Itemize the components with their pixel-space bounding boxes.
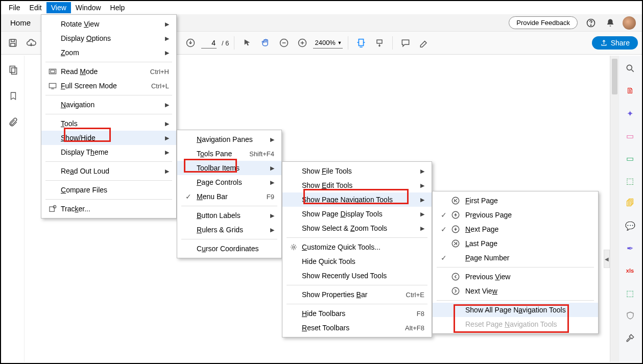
menu-show-recent-tools[interactable]: Show Recently Used Tools (282, 269, 432, 283)
page-total-label: / 6 (222, 39, 229, 47)
menu-edit[interactable]: Edit (25, 2, 46, 13)
menu-menu-bar[interactable]: ✓Menu BarF9 (177, 189, 281, 204)
menu-show-select-zoom-tools[interactable]: Show Select & Zoom Tools▶ (282, 221, 432, 235)
menu-hide-toolbars[interactable]: Hide ToolbarsF8 (282, 306, 432, 321)
right-rail: 🗎 ✦ ▭ ▭ ⬚ 🗐 💬 ✒ xls ⬚ (618, 56, 641, 362)
attachment-icon[interactable] (8, 117, 18, 129)
comment-icon[interactable] (398, 35, 413, 51)
search-icon[interactable] (625, 63, 636, 74)
svg-rect-3 (11, 39, 15, 41)
menu-compare-files[interactable]: Compare Files (41, 183, 176, 197)
svg-point-23 (452, 273, 459, 280)
shield-icon[interactable] (625, 310, 636, 321)
menu-show-hide[interactable]: Show/Hide▶ (41, 131, 176, 145)
redact-icon[interactable]: xls (625, 265, 636, 276)
menu-button-labels[interactable]: Button Labels▶ (177, 208, 281, 223)
menu-read-out-loud[interactable]: Read Out Loud▶ (41, 164, 176, 178)
highlight-icon[interactable] (416, 35, 432, 51)
menu-tracker[interactable]: Tracker... (41, 202, 176, 216)
thumbnails-icon[interactable] (8, 65, 18, 77)
menu-customize-quick-tools[interactable]: Customize Quick Tools... (282, 240, 432, 254)
menubar: File Edit View Window Help (1, 1, 642, 14)
pointer-icon[interactable] (240, 35, 255, 51)
menu-show-page-navigation-tools[interactable]: Show Page Navigation Tools▶ (282, 192, 432, 207)
right-expand-handle[interactable]: ◀ (604, 250, 610, 268)
svg-rect-10 (10, 66, 15, 73)
more-tools-icon[interactable] (625, 332, 636, 344)
menu-rotate-view[interactable]: Rotate View▶ (41, 17, 176, 31)
help-icon[interactable] (584, 16, 598, 30)
tab-home[interactable]: Home (1, 14, 40, 31)
page-navigation-tools-menu: First Page ✓Previous Page ✓Next Page Las… (432, 191, 599, 334)
bell-icon[interactable] (603, 16, 617, 30)
menu-next-view[interactable]: Next View (433, 284, 598, 298)
svg-rect-15 (49, 83, 56, 88)
fit-width-icon[interactable] (353, 35, 369, 51)
save-icon[interactable] (5, 35, 20, 51)
scroll-mode-icon[interactable] (372, 35, 387, 51)
zoom-level-select[interactable]: 2400% ▼ (313, 37, 343, 48)
menu-toolbar-items[interactable]: Toolbar Items▶ (177, 161, 281, 175)
svg-rect-11 (11, 68, 16, 75)
menu-page-controls[interactable]: Page Controls▶ (177, 175, 281, 189)
cloud-icon[interactable] (23, 35, 39, 51)
page-number-input[interactable] (201, 37, 217, 48)
view-menu: Rotate View▶ Display Options▶ Zoom▶ Read… (41, 14, 177, 219)
download-circle-icon[interactable] (183, 35, 198, 51)
svg-rect-8 (359, 39, 364, 46)
compress-icon[interactable]: 💬 (625, 220, 636, 231)
create-pdf-icon[interactable]: ▭ (625, 130, 636, 141)
menu-reset-nav-tools: Reset Page Navigation Tools (433, 317, 598, 331)
svg-point-12 (627, 65, 632, 70)
comment-tool-icon[interactable]: ▭ (625, 153, 636, 164)
svg-rect-4 (11, 43, 15, 46)
svg-rect-14 (51, 70, 55, 72)
hand-icon[interactable] (258, 35, 273, 51)
menu-show-page-display-tools[interactable]: Show Page Display Tools▶ (282, 207, 432, 221)
svg-rect-9 (377, 40, 382, 43)
zoom-in-icon[interactable] (295, 35, 310, 51)
menu-navigation-panes[interactable]: Navigation Panes▶ (177, 132, 281, 147)
menu-zoom[interactable]: Zoom▶ (41, 45, 176, 60)
menu-tools-pane[interactable]: Tools PaneShift+F4 (177, 147, 281, 161)
zoom-out-icon[interactable] (276, 35, 292, 51)
menu-show-properties-bar[interactable]: Show Properties BarCtrl+E (282, 287, 432, 302)
menu-show-file-tools[interactable]: Show File Tools▶ (282, 164, 432, 178)
menu-page-number[interactable]: ✓Page Number (433, 251, 598, 265)
svg-point-24 (452, 287, 459, 295)
menu-full-screen[interactable]: Full Screen ModeCtrl+L (41, 79, 176, 93)
edit-pdf-icon[interactable]: ✦ (625, 108, 636, 119)
menu-file[interactable]: File (4, 2, 25, 13)
menu-first-page[interactable]: First Page (433, 193, 598, 208)
menu-previous-view[interactable]: Previous View (433, 270, 598, 284)
menu-reset-toolbars[interactable]: Reset ToolbarsAlt+F8 (282, 321, 432, 335)
export-pdf-icon[interactable]: 🗎 (625, 85, 636, 96)
menu-last-page[interactable]: Last Page (433, 236, 598, 251)
menu-next-page[interactable]: ✓Next Page (433, 222, 598, 236)
svg-point-1 (590, 25, 591, 25)
menu-hide-quick-tools[interactable]: Hide Quick Tools (282, 254, 432, 269)
menu-show-edit-tools[interactable]: Show Edit Tools▶ (282, 178, 432, 192)
menu-view[interactable]: View (46, 2, 71, 13)
share-button[interactable]: Share (592, 36, 638, 50)
menu-display-options[interactable]: Display Options▶ (41, 31, 176, 45)
menu-tools[interactable]: Tools▶ (41, 116, 176, 131)
menu-rulers-grids[interactable]: Rulers & Grids▶ (177, 223, 281, 237)
toolbar-items-menu: Show File Tools▶ Show Edit Tools▶ Show P… (282, 161, 432, 337)
menu-cursor-coordinates[interactable]: Cursor Coordinates (177, 241, 281, 256)
menu-navigation[interactable]: Navigation▶ (41, 98, 176, 112)
bookmark-icon[interactable] (9, 91, 18, 103)
menu-window[interactable]: Window (71, 2, 106, 13)
organize-icon[interactable]: 🗐 (625, 198, 636, 209)
avatar[interactable] (623, 16, 636, 30)
menu-previous-page[interactable]: ✓Previous Page (433, 208, 598, 222)
combine-icon[interactable]: ⬚ (625, 175, 636, 186)
menu-show-all-nav-tools[interactable]: Show All Page Navigation Tools (433, 303, 598, 317)
sign-icon[interactable]: ✒ (625, 242, 636, 254)
vertical-scrollbar[interactable] (610, 56, 618, 362)
protect-icon[interactable]: ⬚ (625, 287, 636, 299)
menu-display-theme[interactable]: Display Theme▶ (41, 145, 176, 159)
menu-read-mode[interactable]: Read ModeCtrl+H (41, 64, 176, 79)
menu-help[interactable]: Help (106, 2, 130, 13)
provide-feedback-button[interactable]: Provide Feedback (509, 16, 578, 29)
